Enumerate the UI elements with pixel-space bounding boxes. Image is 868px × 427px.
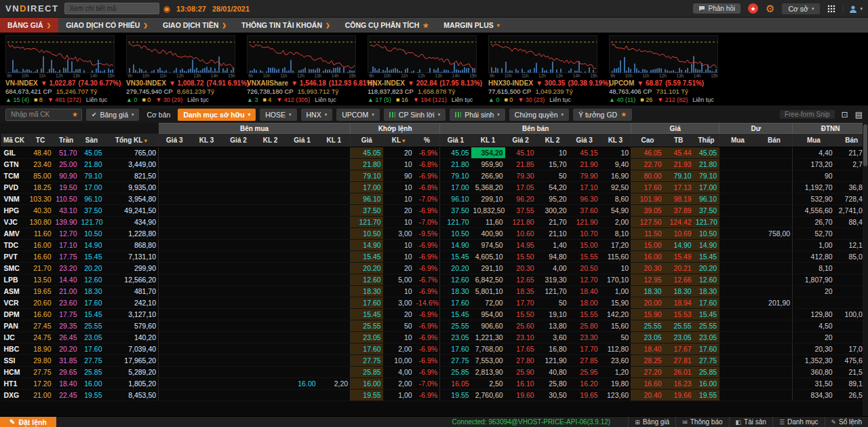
- stock-row-DPM[interactable]: DPM16.6017.7515.453,127,1015.4520-6.9%15…: [1, 309, 868, 320]
- stock-row-DXG[interactable]: DXG21.0022.4519.558,453,5019.551,00-6.9%…: [1, 390, 868, 401]
- index-panel-HNX30-INDEX[interactable]: 9h10h11h12h13h14h15hHNX30-INDEX▼ 300.35(…: [488, 35, 599, 105]
- cell-sell-price-2: 25.60: [505, 320, 536, 332]
- cell-reference-price: 103.30: [28, 193, 54, 205]
- bottom-link-order-book[interactable]: ✎Sổ lệnh: [825, 417, 868, 427]
- check-icon: ✔: [92, 111, 97, 118]
- stock-row-HPG[interactable]: HPG40.3043.1037.5049,241,5037.5020-6.9%3…: [1, 205, 868, 217]
- menu-item-label: CÔNG CỤ PHÂN TÍCH: [345, 21, 420, 29]
- stock-row-SSI[interactable]: SSI29.8031.8527.7517,965,2027.7510,00-6.…: [1, 355, 868, 367]
- layout-columns-icon[interactable]: ▤: [855, 110, 863, 119]
- session-status: Liên tục: [187, 96, 209, 104]
- tab-hnx[interactable]: HNX▾: [301, 109, 333, 121]
- axis-tick: 15h: [469, 73, 477, 79]
- cell-buy-price-1: [287, 355, 318, 367]
- stock-row-LPB[interactable]: LPB13.5014.4012.6012,566,2012.605,00-6.7…: [1, 274, 868, 286]
- stock-row-VJC[interactable]: VJC130.80139.90121.70434,90121.7010-7.0%…: [1, 217, 868, 228]
- stock-row-HT1[interactable]: HT117.2018.4016.001,805,2016.002,2016.00…: [1, 378, 868, 390]
- axis-tick: 11h: [280, 73, 287, 79]
- bottom-link-price-board[interactable]: ⊞Bảng giá: [628, 417, 675, 427]
- user-menu[interactable]: ▾: [843, 5, 863, 13]
- stock-row-TDC[interactable]: TDC16.0017.1014.90868,8014.9010-6.9%14.9…: [1, 240, 868, 251]
- axis-tick: 10h: [505, 73, 512, 79]
- stock-row-PVD[interactable]: PVD18.2519.5017.009,935,0017.0010-6.8%17…: [1, 182, 868, 193]
- stock-row-HBC[interactable]: HBC18.9020.2017.607,039,4017.602,00-6.9%…: [1, 344, 868, 355]
- stock-row-TCM[interactable]: TCM85.0090.9079.10821,5079.1090-6.9%79.1…: [1, 170, 868, 182]
- menu-item-1[interactable]: GIAO DỊCH CỔ PHIẾU❯: [58, 18, 155, 33]
- stock-row-AMV[interactable]: AMV11.6012.7010.501,228,8010.503,00-9.5%…: [1, 228, 868, 240]
- tab-cp-sinh-lời[interactable]: CP Sinh lời▾: [384, 109, 446, 121]
- cell-remain-buy: [719, 263, 756, 274]
- vertical-scrollbar[interactable]: [863, 123, 868, 416]
- index-panel-VN30-INDEX[interactable]: 9h10h11h12h13h14h15hVN30-INDEX▼ 1,008.72…: [126, 35, 237, 105]
- stock-row-PVT[interactable]: PVT16.6017.7515.457,131,1015.4510-6.9%15…: [1, 251, 868, 263]
- bottom-link-portfolio[interactable]: ☰Danh mục: [772, 417, 825, 427]
- index-panel-VN-INDEX[interactable]: 9h10h11h12h13h14h15hVN-INDEX▼ 1,022.87(7…: [5, 35, 116, 105]
- favorites-star-badge[interactable]: ★: [748, 3, 758, 14]
- decliners-count: ▼ 212 (82): [657, 96, 688, 104]
- index-panel-HNX-INDEX[interactable]: 9h10h11h12h13h14h15hHNX-INDEX▼ 202.84(17…: [368, 35, 478, 105]
- stock-row-GTN[interactable]: GTN23.4025.0021.803,449,0021.8010-6.8%21…: [1, 159, 868, 170]
- cell-buy-price-2: [223, 205, 254, 217]
- cell-match-volume: 2,00: [383, 378, 414, 390]
- tab-phái-sinh[interactable]: Phái sinh▾: [450, 109, 505, 121]
- stock-row-GIL[interactable]: GIL48.4051.7045.05765,0045.0520-6.9%45.0…: [1, 147, 868, 159]
- axis-tick: 10h: [142, 73, 150, 79]
- eye-icon[interactable]: ◉: [163, 4, 170, 14]
- stock-row-SMC[interactable]: SMC21.7023.2020.20299,9020.2020-6.9%20.2…: [1, 263, 868, 274]
- col-header-4[interactable]: Tổng KL ▾: [104, 134, 159, 147]
- vndirect-logo[interactable]: VNDIRECT: [5, 3, 58, 14]
- cell-average-price: 18.30: [664, 286, 694, 297]
- screen-mode-icon[interactable]: ⊡: [842, 110, 848, 119]
- cell-floor-price: 10.50: [79, 228, 104, 240]
- menu-item-5[interactable]: MARGIN PLUS▾: [436, 18, 507, 33]
- cell-floor-price: 17.60: [79, 297, 104, 309]
- index-value: ▼ 1,008.72: [169, 79, 204, 88]
- index-panel-VNXAllShare[interactable]: 9h10h11h12h13h14h15hVNXAllShare▼ 1,546.1…: [247, 35, 357, 105]
- caret-down-icon: ▾: [860, 6, 863, 12]
- gear-icon[interactable]: ⚙: [766, 3, 774, 15]
- stock-row-IJC[interactable]: IJC24.7526.4523.05140,2023.0510-6.9%23.0…: [1, 332, 868, 344]
- cell-reference-price: 29.80: [28, 355, 54, 367]
- bottom-link-assets[interactable]: ◧Tài sản: [729, 417, 772, 427]
- tab-chứng-quyền[interactable]: Chứng quyền▾: [509, 109, 569, 121]
- cell-buy-vol-2: [254, 367, 287, 378]
- scrollbar-thumb[interactable]: [863, 124, 867, 166]
- symbol-input[interactable]: [9, 110, 72, 119]
- ticker-detail-input[interactable]: [64, 3, 159, 14]
- bottom-link-notifications[interactable]: ✉Thông báo: [675, 417, 728, 427]
- menu-item-0[interactable]: BẢNG GIÁ❯: [0, 18, 58, 33]
- menu-item-3[interactable]: THÔNG TIN TÀI KHOÁN❯: [234, 18, 338, 33]
- stock-row-VNM[interactable]: VNM103.30110.5096.103,954,8096.1010-7.0%…: [1, 193, 868, 205]
- cell-low-price: 25.55: [694, 320, 719, 332]
- stock-row-HCM[interactable]: HCM27.7529.6525.855,289,2025.854,00-6.9%…: [1, 367, 868, 378]
- tab-ý-tưởng-gd[interactable]: Ý tưởng GD★: [573, 109, 632, 121]
- index-panel-UPCOM[interactable]: 9h10h11h12h13h14h15hUPCOM▼ 68.87(5.59 7.…: [609, 35, 719, 105]
- board-select[interactable]: ✔ Bảng giá ▾: [86, 109, 140, 121]
- user-icon: [849, 5, 857, 13]
- cell-total-volume: 12,566,20: [104, 274, 159, 286]
- view-mode-label[interactable]: Cơ bản: [146, 111, 170, 119]
- cell-change-percent: -7.0%: [414, 378, 440, 390]
- index-volume: 118,837,823 CP: [368, 88, 414, 96]
- menu-item-2[interactable]: GIAO DỊCH TIỀN❯: [155, 18, 234, 33]
- speech-bubble-icon: [698, 5, 705, 12]
- cell-sell-price-2: 25.90: [505, 367, 536, 378]
- market-select[interactable]: Cơ sở ▾: [782, 3, 820, 14]
- group-header-sell: Bên bán: [440, 124, 631, 134]
- apps-grid-icon[interactable]: [827, 5, 835, 13]
- cell-remain-sell: [756, 147, 793, 159]
- tab-upcom[interactable]: UPCOM▾: [336, 109, 380, 121]
- col-header-12[interactable]: KL ▾: [383, 134, 414, 147]
- place-order-button[interactable]: ✎ Đặt lệnh: [0, 417, 56, 427]
- cell-high-price: 80.00: [631, 170, 664, 182]
- menu-item-4[interactable]: CÔNG CỤ PHÂN TÍCH★: [338, 18, 437, 33]
- cell-foreign-buy: 52,70: [793, 228, 835, 240]
- favorite-star-icon[interactable]: ★: [72, 111, 78, 118]
- tab-hose[interactable]: HOSE▾: [260, 109, 296, 121]
- stock-row-ASM[interactable]: ASM19.6521.0018.30481,7018.3010-6.9%18.3…: [1, 286, 868, 297]
- stock-row-VCR[interactable]: VCR20.6023.6017.60242,1017.603,00-14.6%1…: [1, 297, 868, 309]
- stock-row-PAN[interactable]: PAN27.4529.3525.55579,6025.5550-6.9%25.5…: [1, 320, 868, 332]
- tab-danh-muc-so-huu[interactable]: Danh mục sở hữu ▾: [178, 109, 256, 121]
- cell-change-percent: -6.9%: [414, 332, 440, 344]
- feedback-button[interactable]: Phản hồi: [693, 3, 741, 14]
